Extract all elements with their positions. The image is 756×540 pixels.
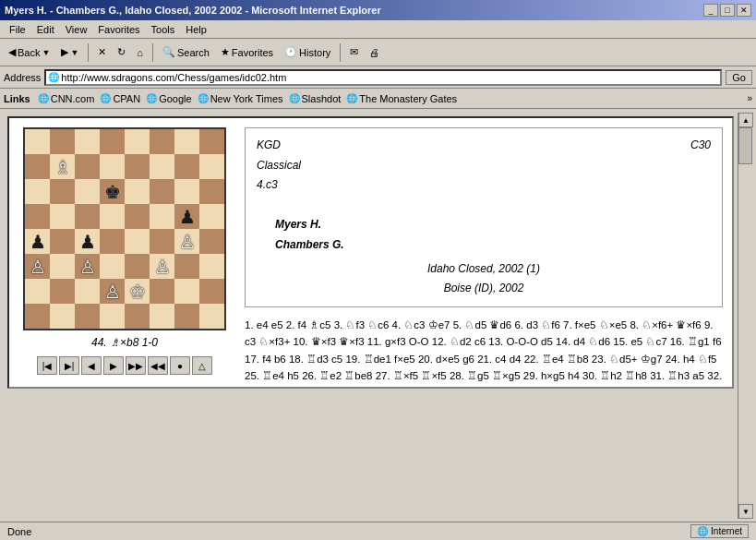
square-0-2[interactable] [75,129,100,154]
square-0-1[interactable] [50,129,75,154]
square-2-1[interactable] [50,179,75,204]
close-button[interactable]: ✕ [737,4,751,17]
square-4-0[interactable]: ♟ [25,229,50,254]
maximize-button[interactable]: □ [720,4,735,17]
menu-tools[interactable]: Tools [146,22,181,37]
search-button[interactable]: 🔍 Search [158,42,214,64]
favorites-button[interactable]: ★ Favorites [216,42,278,64]
history-button[interactable]: 🕐 History [280,42,335,64]
square-3-7[interactable] [199,204,224,229]
square-2-2[interactable] [75,179,100,204]
square-4-2[interactable]: ♟ [75,229,100,254]
square-6-7[interactable] [199,279,224,304]
square-4-3[interactable] [100,229,125,254]
square-0-5[interactable] [150,129,174,154]
square-5-7[interactable] [199,254,224,279]
menu-favorites[interactable]: Favorites [92,22,145,37]
square-5-3[interactable] [100,254,125,279]
square-1-4[interactable] [125,154,150,179]
square-5-1[interactable] [50,254,75,279]
home-button[interactable]: ⌂ [132,42,148,64]
square-1-0[interactable] [25,154,50,179]
nav-prev[interactable]: ◀ [81,356,102,375]
square-2-7[interactable] [199,179,224,204]
square-6-1[interactable] [50,279,75,304]
square-5-4[interactable] [125,254,150,279]
square-1-2[interactable] [75,154,100,179]
minimize-button[interactable]: _ [703,4,718,17]
square-6-6[interactable] [174,279,199,304]
square-1-6[interactable] [174,154,199,179]
square-6-0[interactable] [25,279,50,304]
mail-button[interactable]: ✉ [345,42,363,64]
square-4-6[interactable]: ♙ [174,229,199,254]
link-google[interactable]: 🌐 Google [146,93,191,104]
square-0-3[interactable] [100,129,125,154]
forward-button[interactable]: ▶ ▼ [56,42,83,64]
square-7-1[interactable] [50,304,75,329]
square-6-3[interactable]: ♙ [100,279,125,304]
links-expand-button[interactable]: » [747,93,752,103]
link-slashdot[interactable]: 🌐 Slashdot [289,93,342,104]
nav-next[interactable]: ▶ [103,356,124,375]
square-0-7[interactable] [199,129,224,154]
square-2-3[interactable]: ♚ [100,179,125,204]
square-5-6[interactable] [174,254,199,279]
print-button[interactable]: 🖨 [365,42,384,64]
square-0-4[interactable] [125,129,150,154]
nav-ffwd[interactable]: ▶▶ [126,356,146,375]
stop-button[interactable]: ✕ [93,42,111,64]
menu-file[interactable]: File [4,22,31,37]
nav-dot[interactable]: ● [170,356,190,375]
square-5-0[interactable]: ♙ [25,254,50,279]
square-1-1[interactable]: ♗ [50,154,75,179]
square-6-4[interactable]: ♔ [125,279,150,304]
square-2-0[interactable] [25,179,50,204]
square-1-3[interactable] [100,154,125,179]
square-3-5[interactable] [150,204,174,229]
nav-first[interactable]: |◀ [37,356,57,375]
square-1-5[interactable] [150,154,174,179]
refresh-button[interactable]: ↻ [113,42,130,64]
go-button[interactable]: Go [726,70,752,85]
square-4-4[interactable] [125,229,150,254]
square-0-6[interactable] [174,129,199,154]
square-7-3[interactable] [100,304,125,329]
square-5-2[interactable]: ♙ [75,254,100,279]
square-2-5[interactable] [150,179,174,204]
square-7-0[interactable] [25,304,50,329]
menu-edit[interactable]: Edit [31,22,60,37]
square-7-4[interactable] [125,304,150,329]
scroll-thumb[interactable] [738,127,752,164]
square-6-2[interactable] [75,279,100,304]
square-2-4[interactable] [125,179,150,204]
nav-triangle[interactable]: △ [192,356,212,375]
square-2-6[interactable] [174,179,199,204]
square-7-2[interactable] [75,304,100,329]
scroll-track[interactable] [738,127,752,504]
square-3-6[interactable]: ♟ [174,204,199,229]
square-3-2[interactable] [75,204,100,229]
link-nyt[interactable]: 🌐 New York Times [198,93,283,104]
square-7-7[interactable] [199,304,224,329]
nav-rwd[interactable]: ◀◀ [148,356,168,375]
square-7-5[interactable] [150,304,174,329]
square-6-5[interactable] [150,279,174,304]
menu-view[interactable]: View [60,22,93,37]
link-cpan[interactable]: 🌐 CPAN [100,93,140,104]
address-field[interactable]: 🌐 http://www.sdragons.com/Chess/games/id… [44,69,722,86]
back-button[interactable]: ◀ Back ▼ [4,42,54,64]
scroll-down-button[interactable]: ▼ [738,504,753,519]
square-4-5[interactable] [150,229,174,254]
nav-last[interactable]: ▶| [59,356,79,375]
square-3-3[interactable] [100,204,125,229]
square-1-7[interactable] [199,154,224,179]
square-0-0[interactable] [25,129,50,154]
link-cnn[interactable]: 🌐 CNN.com [38,93,95,104]
scroll-up-button[interactable]: ▲ [738,113,753,127]
square-4-7[interactable] [199,229,224,254]
square-3-1[interactable] [50,204,75,229]
menu-help[interactable]: Help [180,22,212,37]
square-7-6[interactable] [174,304,199,329]
square-4-1[interactable] [50,229,75,254]
